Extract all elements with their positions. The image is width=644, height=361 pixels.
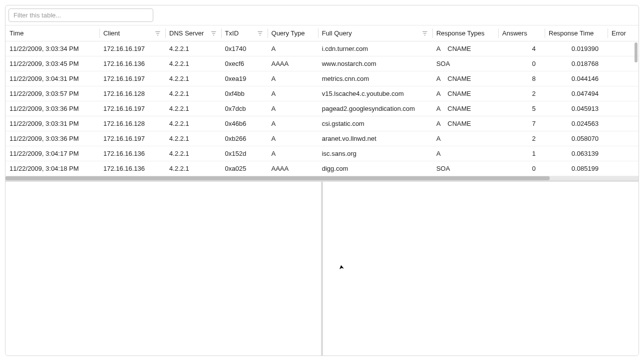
horizontal-scrollbar[interactable] [5, 176, 639, 180]
cell-rtime: 0.019390 [545, 41, 608, 56]
column-header-rtime[interactable]: Response Time [545, 25, 608, 41]
cell-client: 172.16.16.197 [99, 41, 165, 56]
cell-server: 4.2.2.1 [165, 131, 221, 146]
table-row[interactable]: 11/22/2009, 3:03:36 PM172.16.16.1974.2.2… [5, 131, 639, 146]
cell-qtype: A [268, 116, 318, 131]
cell-qtype: A [268, 146, 318, 161]
cell-error [608, 86, 639, 101]
cell-server: 4.2.2.1 [165, 161, 221, 176]
column-header-txid[interactable]: TxID [221, 25, 268, 41]
cell-resp: A [432, 146, 498, 161]
cell-rtime: 0.024563 [545, 116, 608, 131]
vertical-scrollbar[interactable] [635, 42, 638, 62]
column-label: Query Type [272, 29, 305, 37]
cell-resp: ACNAME [432, 101, 498, 116]
column-header-query[interactable]: Full Query [318, 25, 432, 41]
table-row[interactable]: 11/22/2009, 3:04:18 PM172.16.16.1364.2.2… [5, 161, 639, 176]
cell-time: 11/22/2009, 3:03:36 PM [5, 131, 99, 146]
table-row[interactable]: 11/22/2009, 3:04:31 PM172.16.16.1974.2.2… [5, 71, 639, 86]
column-header-server[interactable]: DNS Server [165, 25, 221, 41]
column-label: Time [9, 29, 23, 37]
column-header-qtype[interactable]: Query Type [268, 25, 318, 41]
table-row[interactable]: 11/22/2009, 3:04:17 PM172.16.16.1364.2.2… [5, 146, 639, 161]
cell-txid: 0x7dcb [221, 101, 268, 116]
cell-rtime: 0.018768 [545, 56, 608, 71]
cell-answers: 2 [498, 86, 545, 101]
cell-query: isc.sans.org [318, 146, 432, 161]
filter-icon[interactable] [154, 30, 161, 37]
cell-client: 172.16.16.197 [99, 71, 165, 86]
cell-time: 11/22/2009, 3:03:57 PM [5, 86, 99, 101]
cell-rtime: 0.085199 [545, 161, 608, 176]
filter-icon[interactable] [210, 30, 217, 37]
cell-answers: 1 [498, 146, 545, 161]
filter-icon[interactable] [257, 30, 264, 37]
cell-query: www.nostarch.com [318, 56, 432, 71]
cell-query: pagead2.googlesyndication.com [318, 101, 432, 116]
table-row[interactable]: 11/22/2009, 3:03:45 PM172.16.16.1364.2.2… [5, 56, 639, 71]
cell-rtime: 0.047494 [545, 86, 608, 101]
cell-error [608, 116, 639, 131]
cell-qtype: A [268, 101, 318, 116]
cell-server: 4.2.2.1 [165, 101, 221, 116]
cell-resp: ACNAME [432, 86, 498, 101]
detail-right-pane [323, 182, 639, 356]
cell-rtime: 0.044146 [545, 71, 608, 86]
cell-error [608, 161, 639, 176]
column-label: TxID [225, 29, 239, 37]
cell-client: 172.16.16.136 [99, 161, 165, 176]
cell-client: 172.16.16.128 [99, 86, 165, 101]
cell-client: 172.16.16.128 [99, 116, 165, 131]
cell-answers: 8 [498, 71, 545, 86]
cell-txid: 0xa025 [221, 161, 268, 176]
cell-answers: 7 [498, 116, 545, 131]
cell-client: 172.16.16.136 [99, 146, 165, 161]
column-header-resp[interactable]: Response Types [432, 25, 498, 41]
cell-txid: 0x1740 [221, 41, 268, 56]
column-header-time[interactable]: Time [5, 25, 99, 41]
cell-answers: 0 [498, 56, 545, 71]
cell-resp: A [432, 131, 498, 146]
cell-time: 11/22/2009, 3:04:31 PM [5, 71, 99, 86]
cell-time: 11/22/2009, 3:03:45 PM [5, 56, 99, 71]
table-row[interactable]: 11/22/2009, 3:03:36 PM172.16.16.1974.2.2… [5, 101, 639, 116]
cell-server: 4.2.2.1 [165, 56, 221, 71]
column-header-error[interactable]: Error [608, 25, 639, 41]
cell-time: 11/22/2009, 3:03:31 PM [5, 116, 99, 131]
cell-txid: 0xb266 [221, 131, 268, 146]
dns-table: TimeClientDNS ServerTxIDQuery TypeFull Q… [5, 25, 639, 176]
cell-query: i.cdn.turner.com [318, 41, 432, 56]
cell-rtime: 0.063139 [545, 146, 608, 161]
table-row[interactable]: 11/22/2009, 3:03:31 PM172.16.16.1284.2.2… [5, 116, 639, 131]
cell-error [608, 131, 639, 146]
cell-txid: 0xea19 [221, 71, 268, 86]
cell-qtype: AAAA [268, 161, 318, 176]
cell-rtime: 0.058070 [545, 131, 608, 146]
column-label: Response Time [549, 29, 594, 37]
table-row[interactable]: 11/22/2009, 3:03:57 PM172.16.16.1284.2.2… [5, 86, 639, 101]
column-label: Answers [502, 29, 527, 37]
cell-txid: 0x152d [221, 146, 268, 161]
cell-txid: 0xf4bb [221, 86, 268, 101]
filter-icon[interactable] [421, 30, 428, 37]
column-header-client[interactable]: Client [99, 25, 165, 41]
table-row[interactable]: 11/22/2009, 3:03:34 PM172.16.16.1974.2.2… [5, 41, 639, 56]
filter-input[interactable] [8, 8, 153, 22]
cell-txid: 0xecf6 [221, 56, 268, 71]
cell-client: 172.16.16.197 [99, 131, 165, 146]
cell-server: 4.2.2.1 [165, 86, 221, 101]
column-label: Error [612, 29, 626, 37]
cell-query: csi.gstatic.com [318, 116, 432, 131]
cell-error [608, 56, 639, 71]
cell-client: 172.16.16.197 [99, 101, 165, 116]
column-label: Client [103, 29, 120, 37]
cell-query: metrics.cnn.com [318, 71, 432, 86]
cell-rtime: 0.045913 [545, 101, 608, 116]
column-label: DNS Server [169, 29, 204, 37]
cell-resp: ACNAME [432, 116, 498, 131]
cell-error [608, 71, 639, 86]
cell-query: v15.lscache4.c.youtube.com [318, 86, 432, 101]
cell-answers: 2 [498, 131, 545, 146]
column-header-answers[interactable]: Answers [498, 25, 545, 41]
cell-error [608, 41, 639, 56]
